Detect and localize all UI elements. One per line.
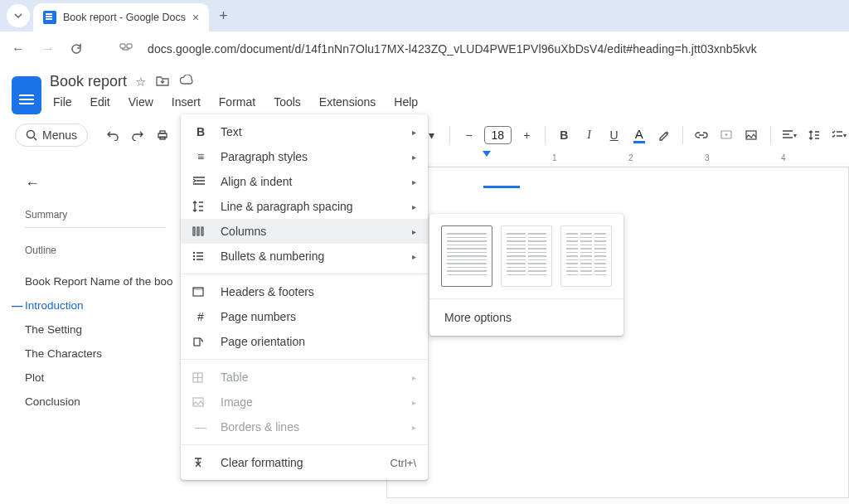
columns-option-1[interactable] — [441, 225, 492, 287]
menu-format[interactable]: Format — [216, 94, 259, 110]
undo-button[interactable] — [103, 124, 123, 146]
collapse-outline-button[interactable]: ← — [25, 175, 178, 192]
tab-search-button[interactable] — [7, 4, 30, 27]
docs-favicon — [43, 11, 56, 24]
cloud-status-icon[interactable] — [179, 75, 194, 90]
outline-item-plot[interactable]: Plot — [25, 366, 178, 390]
outline-item-setting[interactable]: The Setting — [25, 317, 178, 342]
border-icon: — — [192, 420, 209, 434]
format-headers-footers[interactable]: Headers & footers — [181, 279, 428, 304]
svg-point-9 — [193, 255, 195, 257]
format-image: Image▸ — [181, 390, 428, 414]
ruler-mark: 1 — [552, 153, 557, 162]
clear-format-icon — [192, 457, 209, 468]
highlight-button[interactable] — [654, 124, 674, 146]
format-align-indent[interactable]: Align & indent▸ — [181, 169, 428, 194]
url-bar: ← → docs.google.com/document/d/14f1nNn7O… — [0, 32, 849, 66]
outline-panel: ← Summary Outline Book Report Name of th… — [0, 162, 178, 414]
format-page-orientation[interactable]: Page orientation — [181, 329, 428, 354]
line-spacing-icon — [192, 201, 209, 212]
site-info-icon[interactable] — [119, 43, 134, 55]
svg-rect-13 — [194, 338, 200, 346]
svg-point-10 — [193, 259, 195, 260]
close-tab-icon[interactable]: × — [192, 11, 199, 24]
ruler-mark: 4 — [781, 153, 786, 162]
new-tab-button[interactable]: + — [219, 7, 228, 25]
outline-item-title[interactable]: Book Report Name of the boo — [25, 269, 178, 293]
link-button[interactable] — [691, 124, 711, 146]
ruler-mark: 2 — [628, 153, 633, 162]
menu-bar: File Edit View Insert Format Tools Exten… — [50, 94, 421, 110]
format-text[interactable]: BText▸ — [181, 119, 428, 144]
format-line-spacing[interactable]: Line & paragraph spacing▸ — [181, 194, 428, 219]
format-table: Table▸ — [181, 365, 428, 390]
format-borders-lines: —Borders & lines▸ — [181, 414, 428, 439]
submenu-arrow-icon: ▸ — [412, 398, 416, 407]
redo-button[interactable] — [128, 124, 148, 146]
menu-extensions[interactable]: Extensions — [316, 94, 379, 110]
menu-tools[interactable]: Tools — [270, 94, 304, 110]
decrease-font-button[interactable]: − — [458, 124, 478, 146]
increase-font-button[interactable]: + — [517, 124, 536, 146]
bold-button[interactable]: B — [554, 124, 574, 146]
checklist-button[interactable]: ▾ — [829, 124, 849, 146]
star-icon[interactable]: ☆ — [135, 75, 146, 90]
image-icon — [192, 397, 209, 407]
format-bullets-numbering[interactable]: Bullets & numbering▸ — [181, 244, 428, 269]
format-paragraph-styles[interactable]: ≡Paragraph styles▸ — [181, 144, 428, 169]
active-tab[interactable]: Book report - Google Docs × — [33, 3, 209, 32]
format-dropdown-menu: BText▸ ≡Paragraph styles▸ Align & indent… — [181, 114, 428, 480]
heading-underline — [483, 186, 520, 188]
align-icon — [192, 177, 209, 187]
reload-button[interactable] — [70, 42, 86, 56]
menu-file[interactable]: File — [50, 94, 75, 110]
line-spacing-button[interactable] — [804, 124, 824, 146]
url-text[interactable]: docs.google.com/document/d/14f1nNn7Olu17… — [148, 42, 757, 56]
submenu-arrow-icon: ▸ — [412, 423, 416, 432]
columns-more-options[interactable]: More options — [429, 298, 623, 336]
format-page-numbers[interactable]: #Page numbers — [181, 304, 428, 329]
menu-help[interactable]: Help — [391, 94, 421, 110]
italic-button[interactable]: I — [579, 124, 599, 146]
browser-tab-strip: Book report - Google Docs × + — [0, 0, 849, 32]
document-title[interactable]: Book report — [50, 73, 127, 90]
divider — [25, 227, 166, 228]
orientation-icon — [192, 336, 209, 347]
submenu-arrow-icon: ▸ — [412, 177, 416, 187]
submenu-arrow-icon: ▸ — [412, 202, 416, 211]
submenu-arrow-icon: ▸ — [412, 153, 416, 162]
search-label: Menus — [42, 128, 77, 142]
menu-edit[interactable]: Edit — [87, 94, 114, 110]
image-button[interactable] — [741, 124, 761, 146]
docs-logo[interactable] — [12, 76, 41, 114]
format-clear-formatting[interactable]: Clear formattingCtrl+\ — [181, 450, 428, 475]
bold-icon: B — [192, 125, 209, 138]
outline-item-characters[interactable]: The Characters — [25, 342, 178, 366]
table-icon — [192, 372, 209, 383]
outline-item-introduction[interactable]: Introduction — [25, 293, 178, 317]
svg-point-8 — [193, 252, 195, 254]
format-columns[interactable]: Columns▸ — [181, 219, 428, 244]
indent-marker[interactable] — [483, 151, 491, 157]
menu-insert[interactable]: Insert — [168, 94, 204, 110]
comment-button[interactable] — [716, 124, 736, 146]
submenu-arrow-icon: ▸ — [412, 128, 416, 137]
paragraph-icon: ≡ — [192, 150, 209, 163]
text-color-button[interactable]: A — [629, 124, 649, 146]
submenu-arrow-icon: ▸ — [412, 252, 416, 261]
font-size-input[interactable]: 18 — [484, 126, 512, 144]
underline-button[interactable]: U — [604, 124, 624, 146]
back-button[interactable]: ← — [10, 41, 27, 56]
print-button[interactable] — [153, 124, 172, 146]
outline-item-conclusion[interactable]: Conclusion — [25, 390, 178, 414]
forward-button[interactable]: → — [40, 41, 56, 56]
svg-rect-0 — [120, 44, 125, 48]
align-button[interactable]: ▾ — [779, 124, 798, 146]
columns-option-2[interactable] — [501, 225, 552, 287]
columns-option-3[interactable] — [560, 225, 612, 287]
search-icon — [26, 129, 37, 141]
search-menus[interactable]: Menus — [15, 124, 88, 147]
menu-view[interactable]: View — [125, 94, 157, 110]
move-icon[interactable] — [156, 75, 169, 90]
svg-rect-4 — [160, 131, 165, 133]
